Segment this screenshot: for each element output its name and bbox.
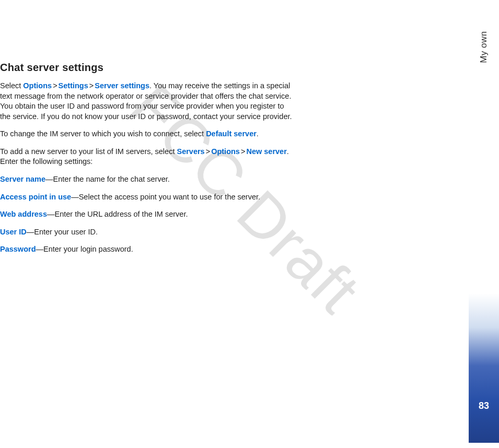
text-fragment: Select — [0, 81, 23, 90]
menu-options: Options — [23, 81, 52, 90]
setting-user-id: User ID—Enter your user ID. — [0, 227, 293, 238]
text-fragment: . — [257, 129, 259, 138]
text-fragment: —Enter your login password. — [36, 245, 133, 253]
label-server-name: Server name — [0, 175, 45, 183]
paragraph-intro: Select Options>Settings>Server settings.… — [0, 81, 293, 122]
menu-servers: Servers — [177, 147, 204, 156]
page-number: 83 — [479, 400, 489, 411]
separator-gt: > — [52, 81, 58, 90]
sidebar: My own 83 — [469, 16, 499, 443]
content-area: Chat server settings Select Options>Sett… — [0, 0, 293, 255]
menu-new-server: New server — [246, 147, 286, 156]
paragraph-add-server: To add a new server to your list of IM s… — [0, 147, 293, 167]
page-container: FCC Draft Chat server settings Select Op… — [0, 0, 499, 448]
sidebar-section-label: My own — [479, 31, 489, 63]
text-fragment: To change the IM server to which you wis… — [0, 129, 206, 138]
setting-password: Password—Enter your login password. — [0, 244, 293, 255]
setting-server-name: Server name—Enter the name for the chat … — [0, 174, 293, 185]
separator-gt: > — [240, 147, 246, 156]
separator-gt: > — [205, 147, 211, 156]
label-web-address: Web address — [0, 210, 47, 218]
text-fragment: To add a new server to your list of IM s… — [0, 147, 177, 156]
text-fragment: —Enter your user ID. — [27, 228, 98, 236]
text-fragment: —Enter the name for the chat server. — [45, 175, 170, 183]
menu-settings: Settings — [59, 81, 88, 90]
text-fragment: —Select the access point you want to use… — [71, 193, 260, 201]
label-password: Password — [0, 245, 36, 253]
menu-server-settings: Server settings — [95, 81, 149, 90]
label-access-point: Access point in use — [0, 193, 71, 201]
label-user-id: User ID — [0, 228, 27, 236]
paragraph-change-server: To change the IM server to which you wis… — [0, 129, 293, 139]
heading-chat-server-settings: Chat server settings — [0, 62, 293, 74]
setting-web-address: Web address—Enter the URL address of the… — [0, 209, 293, 220]
menu-options: Options — [211, 147, 240, 156]
menu-default-server: Default server — [206, 129, 257, 138]
text-fragment: —Enter the URL address of the IM server. — [47, 210, 188, 218]
separator-gt: > — [88, 81, 95, 90]
setting-access-point: Access point in use—Select the access po… — [0, 192, 293, 203]
